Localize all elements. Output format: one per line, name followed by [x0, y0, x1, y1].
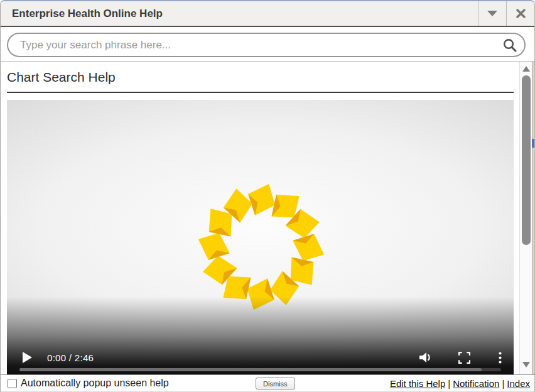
notification-link[interactable]: Notification [453, 378, 499, 389]
auto-popup-label[interactable]: Automatically popup unseen help [21, 378, 169, 389]
footer-bar: Automatically popup unseen help Dismiss … [1, 374, 534, 391]
help-content: Chart Search Help 0:00 / 2:46 [1, 62, 521, 374]
video-player[interactable]: 0:00 / 2:46 [7, 100, 514, 375]
scroll-up-icon[interactable] [522, 66, 530, 72]
dialog-title: Enterprise Health Online Help [1, 8, 163, 20]
link-separator: | [448, 378, 450, 389]
auto-popup-checkbox[interactable] [8, 379, 17, 388]
collapse-button[interactable] [478, 1, 506, 26]
window-edge-strip [532, 62, 534, 374]
chevron-down-icon [487, 11, 497, 16]
more-options-icon[interactable] [499, 352, 502, 364]
close-icon [516, 9, 526, 18]
video-progress-bar[interactable] [19, 368, 501, 371]
scrollbar-thumb[interactable] [522, 75, 531, 245]
page-title: Chart Search Help [7, 62, 514, 93]
pinwheel-logo [197, 182, 326, 312]
search-box[interactable] [7, 33, 526, 57]
edit-this-help-link[interactable]: Edit this Help [390, 378, 445, 389]
vertical-scrollbar[interactable] [519, 62, 532, 374]
video-buffered-bar [19, 368, 482, 371]
index-link[interactable]: Index [507, 378, 530, 389]
help-dialog: Enterprise Health Online Help Chart Sear [0, 0, 535, 392]
link-separator: | [502, 378, 504, 389]
titlebar-buttons [478, 1, 534, 26]
title-bar: Enterprise Health Online Help [1, 1, 534, 27]
footer-links: Edit this Help|Notification|Index [390, 378, 530, 389]
dismiss-button[interactable]: Dismiss [256, 378, 295, 389]
fullscreen-icon[interactable] [458, 352, 470, 364]
volume-icon[interactable] [419, 351, 433, 364]
scroll-down-icon[interactable] [522, 362, 530, 368]
search-row [1, 28, 534, 62]
search-icon[interactable] [502, 38, 517, 53]
play-button[interactable] [23, 352, 32, 363]
video-time-display: 0:00 / 2:46 [47, 352, 94, 363]
search-input[interactable] [8, 34, 502, 56]
video-controls: 0:00 / 2:46 [7, 349, 514, 366]
close-button[interactable] [506, 1, 534, 26]
background-page-fragment [532, 139, 534, 148]
